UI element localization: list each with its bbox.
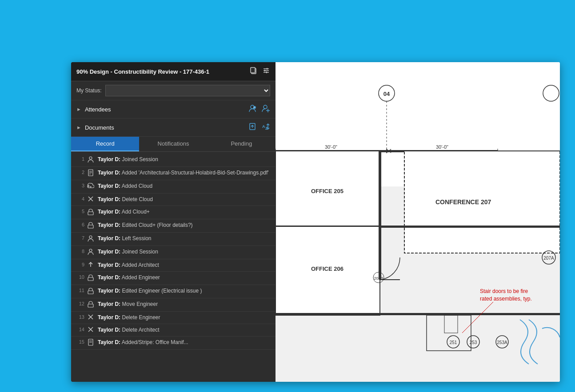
attendees-chevron: ► bbox=[76, 107, 81, 112]
svg-text:251: 251 bbox=[450, 340, 457, 345]
svg-text:Stair doors to be fire: Stair doors to be fire bbox=[480, 288, 528, 294]
document-icon bbox=[86, 169, 95, 178]
added-doc-icon bbox=[86, 339, 95, 347]
record-list[interactable]: 1 Taylor D: Joined Session 2 bbox=[71, 152, 276, 382]
record-item: 8 Taylor D: Joined Session bbox=[71, 246, 276, 259]
svg-rect-28 bbox=[88, 212, 93, 215]
documents-chevron: ► bbox=[76, 125, 81, 130]
document-sort-icon[interactable]: A Z bbox=[261, 122, 270, 133]
copy-icon[interactable] bbox=[250, 67, 258, 76]
svg-text:OFFICE 206: OFFICE 206 bbox=[311, 265, 343, 272]
settings-icon[interactable] bbox=[262, 67, 270, 76]
svg-point-30 bbox=[89, 236, 92, 238]
delete-architect-icon bbox=[86, 326, 95, 334]
record-item: 4 Taylor D: Delete Cloud bbox=[71, 194, 276, 206]
svg-rect-29 bbox=[88, 225, 93, 228]
svg-text:04: 04 bbox=[383, 91, 390, 97]
svg-text:253A: 253A bbox=[497, 340, 507, 345]
person-join-icon bbox=[86, 248, 95, 257]
record-item: 12 Taylor D: Move Engineer bbox=[71, 298, 276, 312]
status-select[interactable]: Active Inactive bbox=[105, 85, 270, 96]
record-item: 5 Taylor D: Add Cloud+ bbox=[71, 206, 276, 219]
delete-engineer-icon bbox=[86, 314, 95, 321]
header-icons bbox=[250, 67, 270, 76]
svg-rect-64 bbox=[379, 226, 381, 280]
attendee-add-icon[interactable] bbox=[261, 104, 270, 115]
svg-rect-66 bbox=[276, 313, 560, 315]
svg-text:OFFICE 205: OFFICE 205 bbox=[311, 188, 343, 194]
svg-point-19 bbox=[89, 157, 92, 159]
panel-title: 90% Design - Constructibility Review - 1… bbox=[76, 68, 209, 75]
main-container: 90% Design - Constructibility Review - 1… bbox=[71, 62, 560, 382]
svg-text:CONFERENCE 207: CONFERENCE 207 bbox=[435, 198, 491, 206]
blueprint: 04 30'-0" 30'-0" OFFICE 205 bbox=[276, 62, 560, 382]
record-item: 1 Taylor D: Joined Session bbox=[71, 154, 276, 167]
record-item: 15 Taylor D: Added/Stripe: Office Manif.… bbox=[71, 337, 276, 350]
attendees-section[interactable]: ► Attendees i bbox=[71, 100, 276, 119]
status-row: My Status: Active Inactive bbox=[71, 81, 276, 100]
close-icon bbox=[86, 196, 95, 203]
record-item: 3 Taylor D: Added Cloud bbox=[71, 180, 276, 194]
tab-pending[interactable]: Pending bbox=[208, 137, 276, 151]
cloud-add-engineer-icon bbox=[86, 274, 95, 282]
record-item: 11 Taylor D: Edited Engineer (Electrical… bbox=[71, 285, 276, 298]
svg-rect-35 bbox=[88, 304, 93, 307]
record-item: 14 Taylor D: Delete Architect bbox=[71, 324, 276, 337]
person-icon bbox=[86, 156, 95, 164]
move-engineer-icon bbox=[86, 301, 95, 309]
svg-rect-60 bbox=[379, 151, 381, 226]
documents-label: Documents bbox=[85, 124, 248, 131]
svg-point-11 bbox=[264, 105, 267, 109]
attendees-label: Attendees bbox=[85, 106, 248, 113]
documents-icons: A Z bbox=[248, 122, 270, 133]
cloud-plus-icon bbox=[86, 208, 95, 217]
cloud-add-icon bbox=[86, 182, 95, 191]
svg-text:A: A bbox=[262, 124, 265, 129]
svg-text:rated assemblies, typ.: rated assemblies, typ. bbox=[480, 296, 532, 302]
record-item: 13 Taylor D: Delete Engineer bbox=[71, 312, 276, 324]
arrow-up-icon bbox=[86, 261, 95, 269]
svg-text:30'-0": 30'-0" bbox=[436, 144, 448, 150]
svg-text:207A: 207A bbox=[543, 256, 554, 261]
svg-rect-33 bbox=[88, 277, 93, 281]
tabs-row: Record Notifications Pending bbox=[71, 137, 276, 152]
record-item: 2 Taylor D: Added 'Architectural-Structu… bbox=[71, 167, 276, 180]
documents-section[interactable]: ► Documents A Z bbox=[71, 119, 276, 137]
tab-record[interactable]: Record bbox=[71, 137, 139, 151]
record-item: 10 Taylor D: Added Engineer bbox=[71, 272, 276, 285]
svg-rect-34 bbox=[88, 291, 93, 294]
svg-text:207B: 207B bbox=[374, 276, 383, 281]
person-leave-icon bbox=[86, 235, 95, 243]
panel-header: 90% Design - Constructibility Review - 1… bbox=[71, 62, 276, 81]
svg-point-31 bbox=[89, 249, 92, 252]
svg-rect-1 bbox=[251, 67, 255, 73]
left-panel: 90% Design - Constructibility Review - 1… bbox=[71, 62, 276, 382]
attendee-person-icon[interactable]: i bbox=[248, 104, 257, 115]
status-label: My Status: bbox=[76, 87, 102, 94]
svg-text:253: 253 bbox=[470, 340, 477, 345]
cloud-edit-engineer-icon bbox=[86, 287, 95, 296]
cloud-edit-icon bbox=[86, 222, 95, 230]
right-panel: 04 30'-0" 30'-0" OFFICE 205 bbox=[276, 62, 560, 382]
attendees-icons: i bbox=[248, 104, 270, 115]
tab-notifications[interactable]: Notifications bbox=[139, 137, 207, 151]
record-item: 9 Taylor D: Added Architect bbox=[71, 259, 276, 272]
document-upload-icon[interactable] bbox=[248, 122, 257, 133]
record-item: 7 Taylor D: Left Session bbox=[71, 233, 276, 246]
svg-text:30'-0": 30'-0" bbox=[325, 144, 337, 150]
record-item: 6 Taylor D: Edited Cloud+ (Floor details… bbox=[71, 219, 276, 233]
